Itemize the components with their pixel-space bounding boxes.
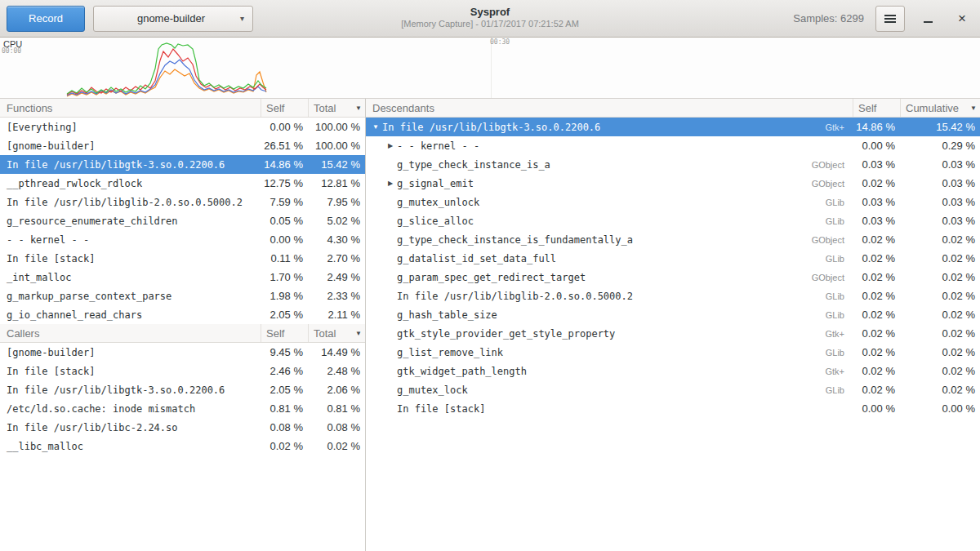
- cumulative-column-header[interactable]: Cumulative ▼: [900, 99, 980, 117]
- self-column-header[interactable]: Self: [261, 99, 308, 117]
- table-row[interactable]: [gnome-builder] 26.51 % 100.00 %: [0, 136, 365, 155]
- expander-icon[interactable]: ▶: [384, 180, 397, 187]
- table-row[interactable]: In file /usr/lib/libglib-2.0.so.0.5000.2…: [0, 193, 365, 211]
- table-row[interactable]: ▶ g_signal_emit GObject 0.02 % 0.03 %: [366, 174, 980, 193]
- function-name: In file /usr/lib/libgtk-3.so.0.2200.6: [0, 159, 261, 171]
- table-row[interactable]: g_io_channel_read_chars 2.05 % 2.11 %: [0, 305, 365, 324]
- total-percent: 0.02 %: [308, 440, 365, 452]
- total-column-header[interactable]: Total ▼: [308, 324, 365, 342]
- function-name: [gnome-builder]: [0, 347, 261, 358]
- total-percent: 2.48 %: [308, 365, 365, 377]
- total-percent: 2.49 %: [308, 271, 365, 283]
- expander-icon[interactable]: ▼: [369, 124, 382, 131]
- table-row[interactable]: gtk_widget_path_length Gtk+ 0.02 % 0.02 …: [366, 362, 980, 380]
- self-column-header[interactable]: Self: [261, 324, 308, 342]
- table-row[interactable]: g_datalist_id_set_data_full GLib 0.02 % …: [366, 249, 980, 268]
- table-row[interactable]: g_type_check_instance_is_a GObject 0.03 …: [366, 155, 980, 174]
- function-name: [gnome-builder]: [0, 140, 261, 152]
- table-row[interactable]: ▶ - - kernel - - 0.00 % 0.29 %: [366, 136, 980, 155]
- function-name: In file [stack]: [0, 366, 261, 377]
- table-row[interactable]: [Everything] 0.00 % 100.00 %: [0, 118, 365, 136]
- functions-column-header[interactable]: Functions: [0, 99, 261, 117]
- table-row[interactable]: [gnome-builder] 9.45 % 14.49 %: [0, 343, 365, 362]
- sort-descending-icon: ▼: [352, 330, 362, 337]
- expander-icon[interactable]: ▶: [384, 143, 397, 149]
- table-row[interactable]: In file [stack] 0.00 % 0.00 %: [366, 399, 980, 418]
- table-row[interactable]: __libc_malloc 0.02 % 0.02 %: [0, 437, 365, 455]
- self-column-label: Self: [858, 102, 876, 114]
- self-percent: 0.02 %: [853, 271, 900, 283]
- self-percent: 14.86 %: [261, 158, 308, 171]
- table-row[interactable]: g_type_check_instance_is_fundamentally_a…: [366, 230, 980, 249]
- self-percent: 12.75 %: [261, 177, 308, 189]
- cumulative-percent: 0.02 %: [900, 271, 980, 283]
- table-row[interactable]: In file /usr/lib/libglib-2.0.so.0.5000.2…: [366, 287, 980, 305]
- descendants-column-header[interactable]: Descendants: [366, 99, 853, 117]
- total-column-header[interactable]: Total ▼: [308, 99, 365, 117]
- function-name: __pthread_rwlock_rdlock: [0, 178, 261, 189]
- cumulative-percent: 0.02 %: [900, 327, 980, 340]
- library-badge: GObject: [812, 273, 853, 282]
- record-button[interactable]: Record: [7, 6, 85, 32]
- table-row[interactable]: In file [stack] 2.46 % 2.48 %: [0, 362, 365, 380]
- close-icon: ×: [958, 11, 966, 25]
- table-row[interactable]: g_mutex_unlock GLib 0.03 % 0.03 %: [366, 193, 980, 211]
- function-name: g_param_spec_get_redirect_target: [397, 272, 812, 283]
- table-row[interactable]: - - kernel - - 0.00 % 4.30 %: [0, 230, 365, 249]
- function-name: g_slice_alloc: [397, 216, 826, 227]
- function-name: g_resource_enumerate_children: [0, 216, 261, 227]
- self-percent: 0.02 %: [853, 309, 900, 321]
- table-row[interactable]: In file [stack] 0.11 % 2.70 %: [0, 249, 365, 268]
- library-badge: GLib: [826, 348, 853, 358]
- functions-table: Functions Self Total ▼ [Everything] 0.00…: [0, 99, 365, 324]
- library-badge: GObject: [812, 160, 853, 170]
- table-row[interactable]: In file /usr/lib/libgtk-3.so.0.2200.6 14…: [0, 155, 365, 174]
- table-row[interactable]: In file /usr/lib/libgtk-3.so.0.2200.6 2.…: [0, 380, 365, 399]
- function-name: g_datalist_id_set_data_full: [397, 253, 826, 264]
- self-percent: 0.02 %: [853, 365, 900, 377]
- cpu-series-line: [67, 43, 266, 94]
- table-row[interactable]: g_mutex_lock GLib 0.02 % 0.02 %: [366, 380, 980, 399]
- table-row[interactable]: gtk_style_provider_get_style_property Gt…: [366, 324, 980, 343]
- function-name: gtk_style_provider_get_style_property: [397, 328, 825, 340]
- table-row[interactable]: g_param_spec_get_redirect_target GObject…: [366, 268, 980, 287]
- sort-descending-icon: ▼: [967, 104, 977, 112]
- self-percent: 2.46 %: [261, 365, 308, 377]
- self-percent: 7.59 %: [261, 196, 308, 208]
- table-row[interactable]: g_list_remove_link GLib 0.02 % 0.02 %: [366, 343, 980, 362]
- table-row[interactable]: g_markup_parse_context_parse 1.98 % 2.33…: [0, 287, 365, 305]
- cumulative-percent: 0.29 %: [900, 140, 980, 152]
- total-percent: 4.30 %: [308, 233, 365, 246]
- cumulative-column-label: Cumulative: [906, 102, 959, 114]
- table-row[interactable]: g_hash_table_size GLib 0.02 % 0.02 %: [366, 305, 980, 324]
- self-percent: 0.02 %: [853, 384, 900, 396]
- cumulative-percent: 0.02 %: [900, 252, 980, 264]
- total-percent: 2.11 %: [308, 309, 365, 321]
- table-row[interactable]: /etc/ld.so.cache: inode mismatch 0.81 % …: [0, 399, 365, 418]
- total-percent: 100.00 %: [308, 121, 365, 133]
- self-percent: 1.98 %: [261, 290, 308, 302]
- table-row[interactable]: In file /usr/lib/libc-2.24.so 0.08 % 0.0…: [0, 418, 365, 437]
- total-percent: 7.95 %: [308, 196, 365, 208]
- callers-table-body: [gnome-builder] 9.45 % 14.49 % In file […: [0, 343, 365, 455]
- cpu-graph-canvas: [0, 38, 980, 99]
- self-percent: 14.86 %: [853, 121, 900, 133]
- function-name: gtk_widget_path_length: [397, 366, 825, 377]
- function-name: In file /usr/lib/libgtk-3.so.0.2200.6: [0, 384, 261, 396]
- table-row[interactable]: _int_malloc 1.70 % 2.49 %: [0, 268, 365, 287]
- process-selector[interactable]: gnome-builder ▾: [93, 6, 253, 32]
- table-row[interactable]: __pthread_rwlock_rdlock 12.75 % 12.81 %: [0, 174, 365, 193]
- self-percent: 0.81 %: [261, 402, 308, 415]
- function-name: In file /usr/lib/libc-2.24.so: [0, 422, 261, 433]
- capture-subtitle: [Memory Capture] - 01/17/2017 07:21:52 A…: [401, 19, 579, 29]
- library-badge: GLib: [826, 254, 853, 264]
- table-row[interactable]: ▼ In file /usr/lib/libgtk-3.so.0.2200.6 …: [366, 118, 980, 136]
- close-button[interactable]: ×: [951, 7, 973, 30]
- callers-column-header[interactable]: Callers: [0, 324, 261, 342]
- minimize-button[interactable]: [916, 7, 939, 30]
- menu-button[interactable]: [875, 6, 905, 32]
- cpu-graph[interactable]: CPU 00:00 00:30: [0, 38, 980, 99]
- self-column-header[interactable]: Self: [853, 99, 900, 117]
- table-row[interactable]: g_resource_enumerate_children 0.05 % 5.0…: [0, 211, 365, 230]
- table-row[interactable]: g_slice_alloc GLib 0.03 % 0.03 %: [366, 211, 980, 230]
